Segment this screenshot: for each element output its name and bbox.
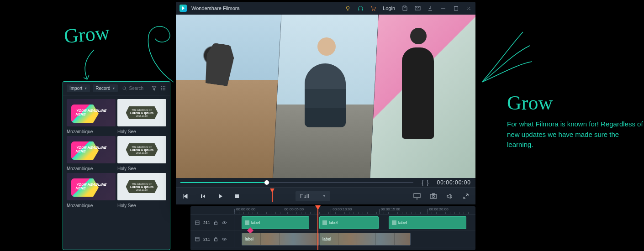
annotation-grow-right: Grow [507, 91, 644, 115]
mark-out-button[interactable]: } [427, 179, 429, 186]
track-body[interactable]: label label label [234, 214, 475, 230]
timeline-clip[interactable]: label [319, 233, 411, 246]
scrubber-knob[interactable] [264, 180, 269, 185]
playback-controls: Full ▼ [176, 187, 475, 204]
svg-point-16 [372, 10, 373, 10]
media-item[interactable]: THE WEDDING OF Lorem & Ipsum 2015.10.10 … [117, 99, 166, 134]
clip-icon [392, 220, 396, 225]
track-body[interactable]: label label [234, 231, 475, 247]
login-button[interactable]: Login [383, 5, 395, 11]
mail-icon[interactable] [414, 5, 421, 11]
annotation-body: For what Filmora is known for! Regardles… [507, 119, 644, 150]
clip-icon [245, 220, 249, 225]
search-placeholder: Search [129, 86, 143, 91]
stop-button[interactable] [234, 193, 240, 199]
app-logo-icon [179, 5, 187, 12]
clip-label: label [251, 220, 260, 225]
grid-view-icon[interactable] [160, 85, 166, 92]
track-header[interactable]: 211 [190, 214, 234, 230]
svg-rect-24 [235, 194, 239, 198]
prev-frame-button[interactable] [182, 193, 189, 199]
lightbulb-icon[interactable] [344, 5, 351, 11]
svg-rect-32 [195, 221, 199, 225]
record-label: Record [95, 86, 110, 91]
app-title: Wondershare Filmora [191, 5, 240, 11]
ribbon-line: 2015.10.10 [136, 115, 148, 117]
snapshot-icon[interactable] [430, 193, 437, 199]
headphones-icon[interactable] [357, 5, 364, 11]
svg-point-28 [433, 195, 435, 198]
save-icon[interactable] [401, 5, 408, 11]
timeline-clip[interactable]: label [242, 216, 309, 229]
chevron-down-icon: ▼ [84, 87, 87, 90]
playhead-marker-icon [269, 190, 275, 202]
download-icon[interactable] [427, 5, 433, 11]
ribbon-line: THE WEDDING OF [132, 183, 152, 185]
preview-slice [176, 15, 281, 178]
track-header[interactable]: 211 [190, 231, 234, 247]
resolution-dropdown[interactable]: Full ▼ [296, 191, 330, 201]
scrubber[interactable] [180, 182, 413, 183]
chevron-down-icon: ▼ [112, 87, 116, 90]
media-item-label: Mozambique [67, 129, 116, 134]
cart-icon[interactable] [370, 5, 376, 11]
timeline-track: 211 label label [190, 231, 475, 247]
ruler-mark: 00:00:00:00 [236, 207, 255, 211]
volume-icon[interactable] [446, 193, 454, 199]
ruler-mark: 00:00:15:00 [381, 207, 400, 211]
clip-label: label [398, 220, 407, 225]
timeline-ruler[interactable]: 00:00:00:00 00:00:05:00 00:00:10:00 00:0… [190, 206, 475, 214]
media-item[interactable]: YOUR HEADLINE HERE Mozambique [67, 136, 116, 171]
svg-rect-20 [454, 6, 458, 10]
media-thumbnail: YOUR HEADLINE HERE [67, 99, 116, 126]
lock-icon[interactable] [214, 220, 218, 225]
svg-rect-15 [362, 9, 363, 10]
step-back-button[interactable] [200, 193, 206, 199]
thumb-headline: YOUR HEADLINE HERE [75, 109, 116, 116]
media-item[interactable]: YOUR HEADLINE HERE Mozambique [67, 99, 116, 134]
import-dropdown[interactable]: Import ▼ [67, 84, 90, 92]
ruler-mark: 00:00:05:00 [285, 207, 304, 211]
filter-icon[interactable] [151, 85, 157, 92]
ribbon-icon: THE WEDDING OF Lorem & Ipsum 2015.10.10 [126, 180, 158, 193]
eye-icon[interactable] [222, 221, 227, 225]
fullscreen-icon[interactable] [463, 193, 469, 199]
svg-line-30 [466, 194, 468, 196]
media-thumbnail: THE WEDDING OF Lorem & Ipsum 2015.10.10 [117, 99, 166, 126]
svg-point-7 [164, 88, 165, 89]
media-thumbnail: YOUR HEADLINE HERE [67, 173, 116, 200]
media-thumbnail: THE WEDDING OF Lorem & Ipsum 2015.10.10 [117, 173, 166, 200]
media-item[interactable]: YOUR HEADLINE HERE Mozambique [67, 173, 116, 208]
timeline-clip[interactable]: label [389, 216, 466, 229]
close-icon[interactable] [465, 5, 472, 11]
svg-point-35 [224, 222, 225, 223]
titlebar: Wondershare Filmora Login [176, 2, 475, 15]
search-input[interactable]: Search [121, 86, 148, 91]
media-item-label: Holy See [117, 203, 166, 208]
eye-icon[interactable] [222, 237, 227, 241]
timeline-clip[interactable]: label [242, 233, 319, 246]
play-button[interactable] [217, 193, 223, 199]
display-icon[interactable] [413, 193, 421, 199]
ribbon-line: THE WEDDING OF [132, 146, 152, 148]
preview-viewport[interactable] [176, 15, 475, 178]
minimize-icon[interactable] [440, 5, 446, 11]
media-item[interactable]: THE WEDDING OF Lorem & Ipsum 2015.10.10 … [117, 173, 166, 208]
timeline-clip[interactable]: label [319, 216, 379, 229]
ribbon-icon: THE WEDDING OF Lorem & Ipsum 2015.10.10 [126, 143, 158, 156]
timeline-playhead[interactable] [317, 206, 318, 250]
lock-icon[interactable] [214, 237, 218, 241]
media-item-label: Mozambique [67, 166, 116, 171]
clip-icon [322, 220, 327, 225]
maximize-icon[interactable] [453, 5, 459, 11]
timeline-panel: 00:00:00:00 00:00:05:00 00:00:10:00 00:0… [190, 206, 475, 250]
record-dropdown[interactable]: Record ▼ [93, 84, 118, 92]
svg-point-6 [163, 88, 164, 89]
search-icon [122, 86, 127, 91]
media-toolbar: Import ▼ Record ▼ Search [63, 82, 170, 95]
mark-in-button[interactable]: { [422, 179, 424, 186]
media-item[interactable]: THE WEDDING OF Lorem & Ipsum 2015.10.10 … [117, 136, 166, 171]
svg-rect-25 [414, 193, 420, 198]
clip-label: label [329, 220, 338, 225]
ruler-mark: 00:00:20:00 [429, 207, 448, 211]
